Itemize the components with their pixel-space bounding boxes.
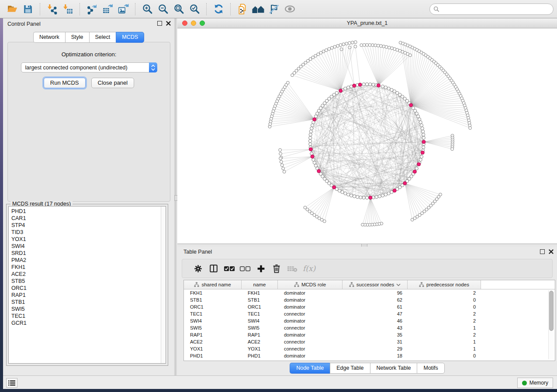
- network-node: [339, 89, 343, 93]
- show-columns-button[interactable]: [206, 261, 221, 276]
- criterion-select[interactable]: largest connected component (undirected): [21, 62, 157, 72]
- tab-mcds[interactable]: MCDS: [116, 32, 144, 43]
- network-node: [422, 146, 425, 149]
- table-settings-button[interactable]: [190, 261, 206, 276]
- table-row[interactable]: ACE2ACE2connector311: [184, 338, 555, 345]
- import-network-button[interactable]: [44, 2, 60, 17]
- zoom-selected-button[interactable]: [187, 2, 202, 17]
- mcds-result-item[interactable]: YOX1: [11, 236, 166, 243]
- table-row[interactable]: TEC1TEC1connector472: [184, 310, 555, 317]
- table-row[interactable]: PHD1PHD1dominator180: [184, 352, 555, 359]
- unselect-all-rows-button[interactable]: [237, 261, 253, 276]
- network-node: [317, 169, 321, 173]
- tab-network-table[interactable]: Network Table: [370, 363, 417, 374]
- mcds-result-item[interactable]: ORC1: [11, 285, 166, 292]
- delete-rows-button[interactable]: [269, 261, 284, 276]
- run-mcds-button[interactable]: Run MCDS: [44, 78, 86, 88]
- zoom-in-button[interactable]: [139, 2, 155, 17]
- mcds-result-item[interactable]: GCR1: [11, 320, 166, 327]
- network-node: [415, 167, 418, 170]
- column-header[interactable]: shared name: [184, 280, 242, 289]
- tab-motifs[interactable]: Motifs: [417, 363, 444, 374]
- mcds-result-item[interactable]: FKH1: [11, 264, 166, 271]
- network-node: [351, 41, 354, 44]
- network-node: [363, 44, 366, 47]
- table-row[interactable]: RAP1RAP1dominator352: [184, 331, 555, 338]
- network-node: [417, 115, 420, 118]
- network-node: [359, 196, 362, 199]
- mcds-result-list[interactable]: PHD1CAR1STP4TID3YOX1SWI4SRD1PMA2FKH1ACE2…: [8, 206, 166, 364]
- table-scrollbar-thumb[interactable]: [549, 291, 554, 331]
- zoom-out-button[interactable]: [155, 2, 171, 17]
- select-all-icon: [224, 265, 235, 272]
- mcds-result-item[interactable]: SWI5: [11, 306, 166, 313]
- tab-node-table[interactable]: Node Table: [290, 363, 330, 374]
- refresh-view-button[interactable]: [211, 2, 226, 17]
- mcds-result-item[interactable]: PMA2: [11, 257, 166, 264]
- tab-edge-table[interactable]: Edge Table: [330, 363, 370, 374]
- show-home-button[interactable]: [250, 2, 266, 17]
- table-cell: 1: [408, 324, 481, 331]
- network-node: [354, 45, 357, 48]
- search-box[interactable]: [429, 3, 554, 15]
- mcds-result-item[interactable]: ACE2: [11, 271, 166, 278]
- clone-network-button[interactable]: [235, 2, 250, 17]
- table-cell: TEC1: [242, 310, 278, 317]
- table-row[interactable]: FKH1FKH1dominator962: [184, 289, 555, 296]
- table-row[interactable]: SWI5SWI5connector431: [184, 324, 555, 331]
- show-graphics-details-button[interactable]: [282, 2, 298, 17]
- tab-network[interactable]: Network: [33, 32, 65, 43]
- column-header[interactable]: name: [242, 280, 278, 289]
- close-table-panel-button[interactable]: [549, 249, 554, 254]
- column-header[interactable]: MCDS role: [278, 280, 343, 289]
- mcds-result-item[interactable]: TEC1: [11, 313, 166, 320]
- mcds-result-item[interactable]: SWI4: [11, 243, 166, 250]
- network-node: [344, 192, 347, 195]
- export-table-button[interactable]: [100, 2, 115, 17]
- add-row-button[interactable]: [253, 261, 269, 276]
- mcds-result-item[interactable]: STB5: [11, 278, 166, 285]
- close-mcds-panel-button[interactable]: Close panel: [91, 78, 135, 88]
- import-table-button[interactable]: [60, 2, 76, 17]
- memory-button[interactable]: Memory: [517, 378, 553, 388]
- fit-content-button[interactable]: [171, 2, 187, 17]
- select-all-rows-button[interactable]: [221, 261, 237, 276]
- float-table-panel-button[interactable]: [540, 249, 545, 254]
- hide-annotations-button[interactable]: [266, 2, 282, 17]
- mcds-result-item[interactable]: SRD1: [11, 250, 166, 257]
- search-input[interactable]: [439, 5, 553, 14]
- window-close-light[interactable]: [182, 21, 187, 26]
- table-row[interactable]: STB1STB1dominator620: [184, 296, 555, 303]
- mcds-result-item[interactable]: CAR1: [11, 215, 166, 222]
- export-image-button[interactable]: [115, 2, 131, 17]
- table-cell: SWI5: [184, 324, 242, 331]
- column-header[interactable]: predecessor nodes: [408, 280, 481, 289]
- window-minimize-light[interactable]: [191, 21, 196, 26]
- table-row[interactable]: SWI4SWI4dominator462: [184, 317, 555, 324]
- export-network-button[interactable]: [84, 2, 100, 17]
- table-row[interactable]: YOX1YOX1connector291: [184, 345, 555, 352]
- node-table-header: shared namenameMCDS rolesuccessor nodesp…: [184, 280, 555, 289]
- close-panel-button[interactable]: [166, 21, 171, 26]
- table-scrollbar[interactable]: [548, 290, 554, 359]
- save-session-button[interactable]: [20, 2, 36, 17]
- float-panel-button[interactable]: [157, 21, 162, 26]
- network-canvas[interactable]: [177, 28, 557, 244]
- network-window-titlebar[interactable]: YPA_prune.txt_1: [177, 18, 557, 28]
- tab-select[interactable]: Select: [89, 32, 116, 43]
- column-header[interactable]: successor nodes: [343, 280, 408, 289]
- network-node: [280, 164, 284, 167]
- mcds-result-item[interactable]: STP4: [11, 222, 166, 229]
- window-zoom-light[interactable]: [200, 21, 205, 26]
- mcds-result-item[interactable]: PHD1: [11, 208, 166, 215]
- tab-style[interactable]: Style: [65, 32, 89, 43]
- mcds-list-scrollbar[interactable]: [161, 206, 166, 363]
- open-file-button[interactable]: [4, 2, 20, 17]
- mcds-result-item[interactable]: TID3: [11, 229, 166, 236]
- show-task-history-button[interactable]: [6, 378, 17, 388]
- table-row[interactable]: ORC1ORC1dominator610: [184, 303, 555, 310]
- mcds-result-item[interactable]: RAP1: [11, 292, 166, 299]
- network-node: [409, 103, 413, 107]
- toolbar-separator: [135, 3, 135, 15]
- mcds-result-item[interactable]: STB1: [11, 299, 166, 306]
